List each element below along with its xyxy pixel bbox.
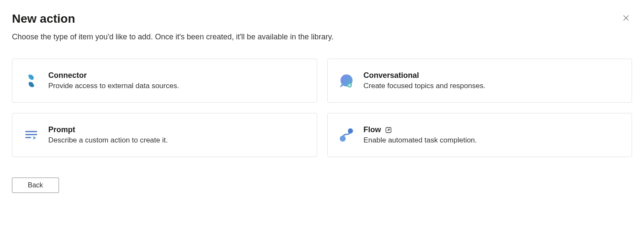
flow-icon (338, 127, 355, 144)
card-flow-title: Flow (364, 125, 381, 134)
svg-rect-18 (25, 137, 31, 138)
svg-rect-11 (349, 83, 350, 84)
close-icon (622, 14, 630, 24)
external-link-icon (385, 126, 392, 134)
action-type-grid: Connector Provide access to external dat… (12, 59, 632, 157)
card-conversational-desc: Create focused topics and responses. (364, 82, 622, 90)
svg-rect-16 (25, 131, 37, 132)
svg-point-2 (28, 74, 35, 81)
card-prompt-desc: Describe a custom action to create it. (48, 136, 306, 145)
card-prompt[interactable]: Prompt Describe a custom action to creat… (12, 113, 317, 157)
svg-point-19 (348, 128, 353, 133)
svg-rect-17 (25, 134, 37, 135)
card-conversational[interactable]: Conversational Create focused topics and… (327, 59, 632, 103)
card-connector-title: Connector (48, 71, 306, 80)
card-flow-desc: Enable automated task completion. (364, 136, 622, 145)
card-flow[interactable]: Flow Enable automated task completion. (327, 113, 632, 157)
svg-rect-13 (348, 85, 349, 85)
card-conversational-title: Conversational (364, 71, 622, 80)
svg-rect-14 (350, 85, 351, 85)
svg-rect-12 (349, 86, 350, 86)
connector-icon (23, 72, 40, 89)
card-connector-desc: Provide access to external data sources. (48, 82, 306, 90)
page-title: New action (12, 12, 75, 26)
card-connector[interactable]: Connector Provide access to external dat… (12, 59, 317, 103)
svg-point-15 (349, 85, 350, 86)
close-button[interactable] (620, 12, 632, 25)
svg-point-20 (340, 136, 346, 142)
back-button[interactable]: Back (12, 178, 59, 193)
card-prompt-title: Prompt (48, 125, 306, 134)
page-subtitle: Choose the type of item you'd like to ad… (12, 33, 632, 41)
conversational-icon (338, 72, 355, 89)
prompt-icon (23, 127, 40, 144)
svg-point-5 (28, 81, 35, 88)
